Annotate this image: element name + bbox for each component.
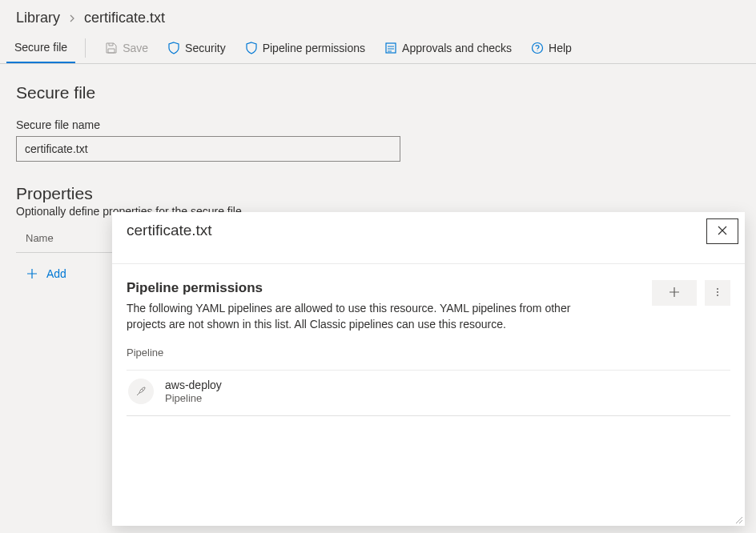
dialog-body: Pipeline permissions The following YAML … [112,263,745,426]
field-label: Secure file name [16,118,740,131]
toolbar: Secure file Save Security Pipeline permi… [0,33,756,64]
svg-point-3 [717,291,718,293]
pipeline-list: aws-deploy Pipeline [127,370,730,416]
pipeline-row[interactable]: aws-deploy Pipeline [127,370,730,415]
shield-icon [245,42,258,54]
permissions-header: Pipeline permissions The following YAML … [127,280,730,332]
dialog-title: certificate.txt [127,218,212,239]
save-icon [105,42,118,54]
pipeline-permissions-dialog: certificate.txt Pipeline permissions The… [112,212,745,526]
chevron-right-icon [68,12,76,25]
secure-file-name-input[interactable] [16,136,400,162]
close-icon [717,225,728,238]
permissions-title: Pipeline permissions [127,280,591,296]
security-label: Security [185,42,226,54]
add-label: Add [46,267,66,280]
save-button[interactable]: Save [95,34,158,62]
more-vertical-icon [712,287,723,300]
checklist-icon [384,42,397,54]
properties-title: Properties [16,184,740,203]
plus-icon [26,267,38,280]
pipeline-permissions-label: Pipeline permissions [263,42,365,54]
divider [85,38,86,58]
svg-point-2 [717,288,718,290]
permissions-actions [652,280,730,306]
help-button[interactable]: Help [521,34,581,62]
svg-point-4 [717,295,718,296]
security-button[interactable]: Security [158,34,235,62]
approvals-label: Approvals and checks [402,42,512,54]
shield-icon [167,42,180,54]
breadcrumb-current: certificate.txt [84,10,165,26]
add-pipeline-button[interactable] [652,280,697,306]
pipeline-column-label: Pipeline [127,347,730,359]
dialog-close-button[interactable] [706,218,738,244]
resize-grip-icon[interactable] [732,513,743,524]
rocket-icon [128,379,154,404]
page-title: Secure file [16,83,740,102]
breadcrumb: Library certificate.txt [0,0,756,33]
tab-secure-file[interactable]: Secure file [6,33,75,63]
dialog-header: certificate.txt [112,212,745,244]
permissions-description: The following YAML pipelines are allowed… [127,301,591,332]
approvals-button[interactable]: Approvals and checks [375,34,521,62]
pipeline-type: Pipeline [165,392,222,404]
help-icon [531,42,544,54]
pipeline-permissions-button[interactable]: Pipeline permissions [235,34,375,62]
breadcrumb-root[interactable]: Library [16,10,60,26]
help-label: Help [549,42,572,54]
save-label: Save [123,42,148,54]
svg-point-1 [533,43,543,54]
more-actions-button[interactable] [705,280,730,306]
pipeline-name: aws-deploy [165,379,222,391]
plus-icon [669,287,680,300]
